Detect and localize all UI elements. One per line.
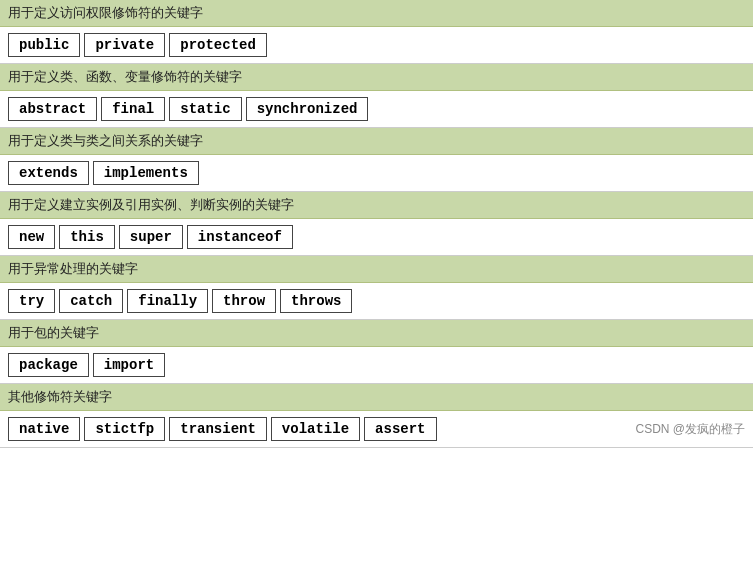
section-body-instance-keywords: newthissuperinstanceof	[0, 219, 753, 255]
keyword-instanceof: instanceof	[187, 225, 293, 249]
section-header-access-modifiers: 用于定义访问权限修饰符的关键字	[0, 0, 753, 27]
keyword-stictfp: stictfp	[84, 417, 165, 441]
keyword-static: static	[169, 97, 241, 121]
section-body-class-relations: extendsimplements	[0, 155, 753, 191]
section-package-keywords: 用于包的关键字packageimport	[0, 320, 753, 384]
watermark: CSDN @发疯的橙子	[615, 421, 745, 438]
section-header-instance-keywords: 用于定义建立实例及引用实例、判断实例的关键字	[0, 192, 753, 219]
keyword-try: try	[8, 289, 55, 313]
section-class-function-modifiers: 用于定义类、函数、变量修饰符的关键字abstractfinalstaticsyn…	[0, 64, 753, 128]
keyword-transient: transient	[169, 417, 267, 441]
keyword-assert: assert	[364, 417, 436, 441]
keyword-abstract: abstract	[8, 97, 97, 121]
java-keywords-table: 用于定义访问权限修饰符的关键字publicprivateprotected用于定…	[0, 0, 753, 448]
keyword-package: package	[8, 353, 89, 377]
section-body-package-keywords: packageimport	[0, 347, 753, 383]
section-header-other-modifiers: 其他修饰符关键字	[0, 384, 753, 411]
keyword-native: native	[8, 417, 80, 441]
keyword-finally: finally	[127, 289, 208, 313]
keyword-new: new	[8, 225, 55, 249]
keyword-import: import	[93, 353, 165, 377]
keyword-volatile: volatile	[271, 417, 360, 441]
section-body-other-modifiers: nativestictfptransientvolatileassertCSDN…	[0, 411, 753, 447]
section-other-modifiers: 其他修饰符关键字nativestictfptransientvolatileas…	[0, 384, 753, 448]
section-body-access-modifiers: publicprivateprotected	[0, 27, 753, 63]
keyword-final: final	[101, 97, 165, 121]
keyword-synchronized: synchronized	[246, 97, 369, 121]
keyword-public: public	[8, 33, 80, 57]
section-header-class-function-modifiers: 用于定义类、函数、变量修饰符的关键字	[0, 64, 753, 91]
section-instance-keywords: 用于定义建立实例及引用实例、判断实例的关键字newthissuperinstan…	[0, 192, 753, 256]
keyword-catch: catch	[59, 289, 123, 313]
section-body-exception-handling: trycatchfinallythrowthrows	[0, 283, 753, 319]
keyword-private: private	[84, 33, 165, 57]
keyword-super: super	[119, 225, 183, 249]
section-class-relations: 用于定义类与类之间关系的关键字extendsimplements	[0, 128, 753, 192]
section-header-exception-handling: 用于异常处理的关键字	[0, 256, 753, 283]
section-header-class-relations: 用于定义类与类之间关系的关键字	[0, 128, 753, 155]
section-body-class-function-modifiers: abstractfinalstaticsynchronized	[0, 91, 753, 127]
section-header-package-keywords: 用于包的关键字	[0, 320, 753, 347]
keyword-protected: protected	[169, 33, 267, 57]
keyword-throws: throws	[280, 289, 352, 313]
section-access-modifiers: 用于定义访问权限修饰符的关键字publicprivateprotected	[0, 0, 753, 64]
keyword-extends: extends	[8, 161, 89, 185]
keyword-throw: throw	[212, 289, 276, 313]
section-exception-handling: 用于异常处理的关键字trycatchfinallythrowthrows	[0, 256, 753, 320]
keyword-this: this	[59, 225, 115, 249]
keyword-implements: implements	[93, 161, 199, 185]
